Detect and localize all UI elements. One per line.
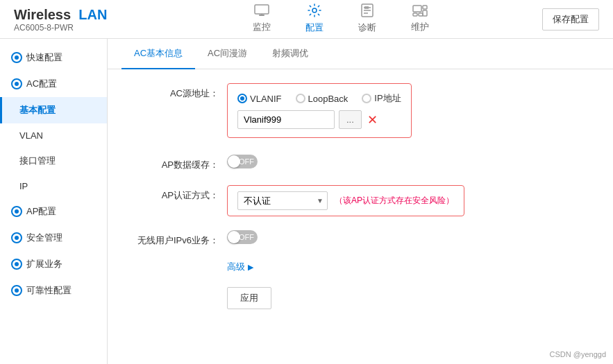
ap-auth-bordered: 不认证 ▼ （该AP认证方式存在安全风险） [227,185,464,216]
ac-source-label: AC源地址： [128,83,219,100]
advanced-link[interactable]: 高级 ▶ [227,261,253,273]
svg-rect-14 [423,6,427,9]
sidebar-label-vlan: VLAN [19,130,43,141]
apply-control: 应用 [227,287,592,309]
advanced-label: 高级 [227,261,245,273]
sidebar-item-quick-config[interactable]: 快速配置 [0,44,107,71]
form-area: AC源地址： VLANIF LoopBack [108,69,613,337]
radio-loopback-circle [296,94,305,103]
sidebar-label-ext-service: 扩展业务 [26,258,62,270]
tab-ac-roaming[interactable]: AC间漫游 [195,39,260,69]
ap-auth-select-wrapper: 不认证 ▼ [237,191,328,210]
ac-source-dots-button[interactable]: ... [339,110,362,129]
nav-maintain-label: 维护 [411,21,429,33]
apply-button[interactable]: 应用 [227,287,271,309]
wireless-ipv6-control: OFF [227,230,592,244]
main-layout: 快速配置 AC配置 基本配置 VLAN 接口管理 IP AP配置 安全管理 [0,39,613,364]
ap-buffer-label: AP数据缓存： [128,155,219,171]
sidebar-item-ac-config[interactable]: AC配置 [0,71,107,97]
sidebar-label-ac-config: AC配置 [26,78,57,90]
sidebar-label-ap-config: AP配置 [26,205,56,218]
radio-ipaddr[interactable]: IP地址 [362,92,401,105]
sidebar-label-security-mgmt: 安全管理 [26,232,62,244]
ap-auth-row: AP认证方式： 不认证 ▼ （该AP认证方式存在安全风险） [128,185,592,216]
radio-loopback-label: LoopBack [308,94,349,104]
logo-title: Wireless LAN [14,6,111,23]
ac-source-bordered: VLANIF LoopBack IP地址 [227,83,412,138]
wireless-ipv6-state: OFF [239,233,254,241]
sidebar-item-ap-config[interactable]: AP配置 [0,198,107,225]
sidebar-item-vlan[interactable]: VLAN [0,123,107,148]
wireless-ipv6-row: 无线用户IPv6业务： OFF [128,230,592,247]
tab-rf-opt[interactable]: 射频调优 [260,39,321,69]
content-area: AC基本信息 AC间漫游 射频调优 AC源地址： VLAN [108,39,613,364]
sidebar-item-ext-service[interactable]: 扩展业务 [0,251,107,277]
reliability-icon [11,285,22,296]
monitor-icon [254,4,269,19]
wireless-ipv6-toggle[interactable]: OFF [227,230,258,244]
logo-area: Wireless LAN AC6005-8-PWR [14,6,111,33]
sidebar-item-interface-mgmt[interactable]: 接口管理 [0,148,107,174]
nav-bar: 监控 配置 诊断 维护 [139,0,542,41]
sidebar-label-basic-config: 基本配置 [19,104,56,116]
ap-auth-warning: （该AP认证方式存在安全风险） [335,195,454,207]
nav-config-label: 配置 [305,21,324,34]
nav-diagnose-label: 诊断 [358,21,376,34]
tab-bar: AC基本信息 AC间漫游 射频调优 [108,39,613,69]
sidebar-label-interface-mgmt: 接口管理 [19,155,56,167]
logo-lan: LAN [78,7,107,22]
logo-wireless: Wireless [14,7,71,22]
logo-subtitle: AC6005-8-PWR [14,23,111,33]
ap-buffer-state: OFF [239,157,254,166]
maintain-icon [412,4,428,19]
radio-vlanif-circle [237,94,247,103]
header: Wireless LAN AC6005-8-PWR 监控 配置 诊断 [0,0,613,39]
save-config-button[interactable]: 保存配置 [542,8,599,31]
svg-point-3 [312,8,317,12]
sidebar-label-reliability: 可靠性配置 [26,284,72,297]
ext-service-icon [11,259,22,270]
tab-ac-basic[interactable]: AC基本信息 [121,39,195,69]
ac-config-icon [11,78,22,89]
nav-diagnose[interactable]: 诊断 [344,0,390,41]
ac-source-input[interactable] [237,110,335,129]
nav-config[interactable]: 配置 [292,0,337,41]
sidebar-label-quick-config: 快速配置 [26,51,62,64]
ap-auth-select[interactable]: 不认证 [237,191,328,210]
sidebar-item-security-mgmt[interactable]: 安全管理 [0,225,107,251]
security-mgmt-icon [11,232,22,243]
nav-monitor[interactable]: 监控 [239,0,285,40]
advanced-row: 高级 ▶ [128,261,592,273]
sidebar-item-reliability[interactable]: 可靠性配置 [0,277,107,304]
radio-vlanif[interactable]: VLANIF [237,92,282,105]
quick-config-icon [11,52,22,63]
radio-ipaddr-label: IP地址 [374,92,401,105]
radio-vlanif-label: VLANIF [250,94,282,104]
ap-buffer-control: OFF [227,155,592,168]
ac-source-clear-button[interactable]: ✕ [366,112,379,128]
ap-auth-control: 不认证 ▼ （该AP认证方式存在安全风险） [227,185,592,216]
sidebar-item-ip[interactable]: IP [0,174,107,198]
ac-source-control: VLANIF LoopBack IP地址 [227,83,592,141]
advanced-spacer [128,261,219,265]
apply-spacer [128,287,219,291]
advanced-control: 高级 ▶ [227,261,592,273]
ac-source-row: AC源地址： VLANIF LoopBack [128,83,592,141]
radio-loopback[interactable]: LoopBack [296,92,349,105]
svg-rect-15 [423,10,427,16]
ap-buffer-toggle[interactable]: OFF [227,155,258,168]
advanced-play-icon: ▶ [248,263,253,272]
ap-config-icon [11,206,22,217]
nav-maintain[interactable]: 维护 [397,0,443,40]
diagnose-icon [361,3,373,19]
svg-rect-1 [259,15,264,16]
sidebar-item-basic-config[interactable]: 基本配置 [0,97,107,123]
apply-row: 应用 [128,287,592,309]
svg-rect-11 [413,6,421,12]
ap-auth-label: AP认证方式： [128,185,219,202]
nav-monitor-label: 监控 [253,21,271,33]
radio-ipaddr-circle [362,94,371,103]
svg-rect-13 [419,13,423,16]
svg-rect-0 [255,5,269,14]
ap-buffer-row: AP数据缓存： OFF [128,155,592,171]
